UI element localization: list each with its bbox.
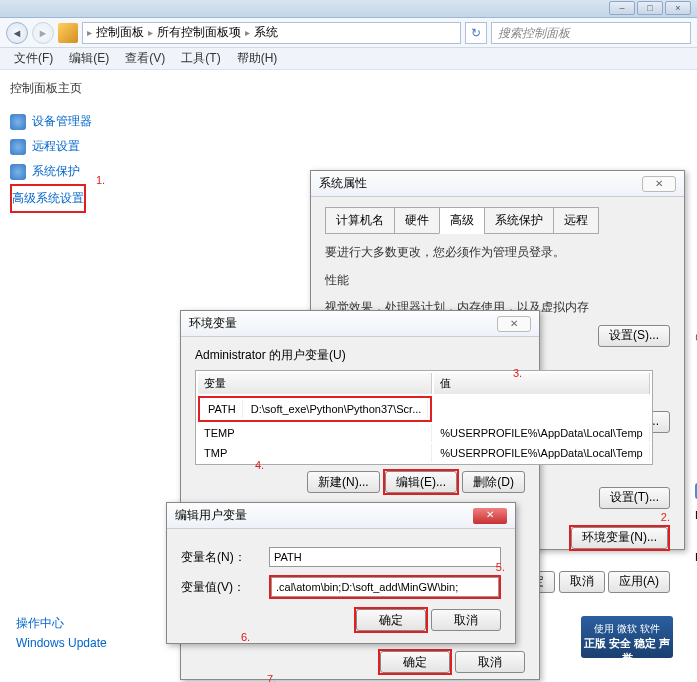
settings-t-button[interactable]: 设置(T)... <box>599 487 670 509</box>
windows-update-link[interactable]: Windows Update <box>16 636 107 650</box>
table-row-temp[interactable]: TEMP%USERPROFILE%\AppData\Local\Temp <box>198 424 650 442</box>
close-icon[interactable]: ✕ <box>473 508 507 524</box>
tab-computername[interactable]: 计算机名 <box>325 207 395 234</box>
sysprop-cancel-button[interactable]: 取消 <box>559 571 605 593</box>
settings-s-button[interactable]: 设置(S)... <box>598 325 670 347</box>
tab-advanced[interactable]: 高级 <box>439 207 485 234</box>
marker-6: 6. <box>241 631 250 643</box>
var-name-input[interactable] <box>269 547 501 567</box>
menu-edit[interactable]: 编辑(E) <box>61 48 117 69</box>
tab-sysprotect[interactable]: 系统保护 <box>484 207 554 234</box>
sidebar-title: 控制面板主页 <box>10 80 140 97</box>
sidebar-item-remote[interactable]: 远程设置 <box>10 134 140 159</box>
genuine-badge: 使用 微软 软件 正版 安全 稳定 声誉 <box>581 616 673 658</box>
shield-icon <box>10 164 26 180</box>
sidebar-item-advanced[interactable]: 高级系统设置 <box>10 184 86 213</box>
table-row-path[interactable]: PATHD:\soft_exe\Python\Python37\Scr... <box>198 396 432 422</box>
envdlg-cancel-button[interactable]: 取消 <box>455 651 525 673</box>
crumb-system[interactable]: 系统 <box>254 24 278 41</box>
menubar: 文件(F) 编辑(E) 查看(V) 工具(T) 帮助(H) <box>0 48 697 70</box>
envdlg-ok-button[interactable]: 确定 <box>380 651 450 673</box>
tabs: 计算机名 硬件 高级 系统保护 远程 <box>325 207 670 234</box>
maximize-button[interactable]: □ <box>637 1 663 15</box>
dialog-title: 系统属性 <box>319 175 367 192</box>
edit-var-button[interactable]: 编辑(E)... <box>385 471 457 493</box>
menu-help[interactable]: 帮助(H) <box>229 48 286 69</box>
menu-file[interactable]: 文件(F) <box>6 48 61 69</box>
breadcrumb[interactable]: ▸ 控制面板 ▸ 所有控制面板项 ▸ 系统 <box>82 22 461 44</box>
sidebar: 控制面板主页 设备管理器 远程设置 系统保护 1. 高级系统设置 <box>0 70 150 682</box>
dialog-title: 环境变量 <box>189 315 237 332</box>
forward-button[interactable]: ► <box>32 22 54 44</box>
perf-title: 性能 <box>325 270 670 292</box>
search-input[interactable]: 搜索控制面板 <box>491 22 691 44</box>
action-center-link[interactable]: 操作中心 <box>16 615 107 632</box>
crumb-all-items[interactable]: 所有控制面板项 <box>157 24 241 41</box>
menu-tools[interactable]: 工具(T) <box>173 48 228 69</box>
tab-remote[interactable]: 远程 <box>553 207 599 234</box>
new-var-button[interactable]: 新建(N)... <box>307 471 380 493</box>
address-bar-row: ◄ ► ▸ 控制面板 ▸ 所有控制面板项 ▸ 系统 ↻ 搜索控制面板 <box>0 18 697 48</box>
var-value-input[interactable] <box>271 577 499 597</box>
marker-5: 5. <box>496 561 505 573</box>
minimize-button[interactable]: – <box>609 1 635 15</box>
marker-2: 2. <box>661 511 670 523</box>
close-icon[interactable]: ✕ <box>642 176 676 192</box>
close-icon[interactable]: ✕ <box>497 316 531 332</box>
sidebar-item-devmgr[interactable]: 设备管理器 <box>10 109 140 134</box>
var-value-label: 变量值(V)： <box>181 579 261 596</box>
close-button[interactable]: × <box>665 1 691 15</box>
sidebar-item-sysprotect[interactable]: 系统保护 <box>10 159 140 184</box>
back-button[interactable]: ◄ <box>6 22 28 44</box>
editdlg-ok-button[interactable]: 确定 <box>356 609 426 631</box>
window-titlebar: – □ × <box>0 0 697 18</box>
crumb-control-panel[interactable]: 控制面板 <box>96 24 144 41</box>
menu-view[interactable]: 查看(V) <box>117 48 173 69</box>
var-name-label: 变量名(N)： <box>181 549 261 566</box>
user-vars-table[interactable]: 变量值 PATHD:\soft_exe\Python\Python37\Scr.… <box>195 370 653 465</box>
sysprop-apply-button[interactable]: 应用(A) <box>608 571 670 593</box>
table-row-tmp[interactable]: TMP%USERPROFILE%\AppData\Local\Temp <box>198 444 650 462</box>
env-vars-button[interactable]: 环境变量(N)... <box>571 527 668 549</box>
delete-var-button[interactable]: 删除(D) <box>462 471 525 493</box>
refresh-button[interactable]: ↻ <box>465 22 487 44</box>
editdlg-cancel-button[interactable]: 取消 <box>431 609 501 631</box>
dialog-title: 编辑用户变量 <box>175 507 247 524</box>
shield-icon <box>10 114 26 130</box>
marker-4: 4. <box>255 459 264 471</box>
admin-note: 要进行大多数更改，您必须作为管理员登录。 <box>325 242 670 264</box>
marker-3: 3. <box>513 367 522 379</box>
bottom-links: 操作中心 Windows Update <box>16 611 107 654</box>
tab-hardware[interactable]: 硬件 <box>394 207 440 234</box>
user-vars-label: Administrator 的用户变量(U) <box>195 347 525 364</box>
marker-1: 1. <box>96 174 105 186</box>
edit-var-dialog: 编辑用户变量 ✕ 变量名(N)： 5. 变量值(V)： 6. 确定 取消 <box>166 502 516 644</box>
shield-icon <box>10 139 26 155</box>
marker-7: 7. <box>267 673 276 682</box>
control-panel-icon <box>58 23 78 43</box>
